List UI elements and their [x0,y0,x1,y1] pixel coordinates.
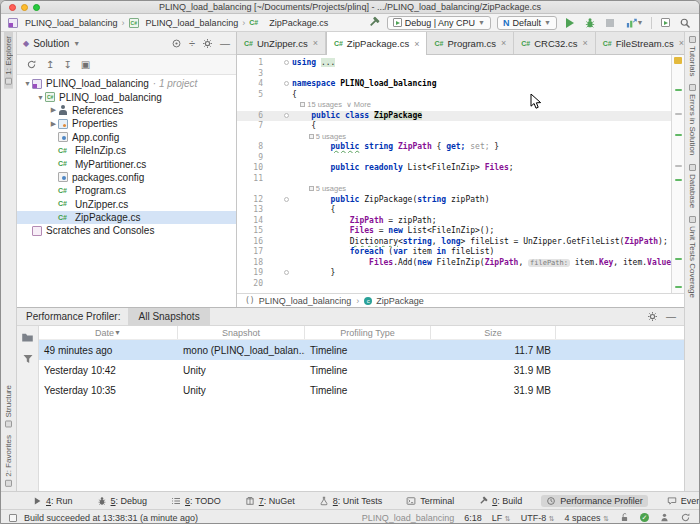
run-profile-select[interactable]: N Default ▼ [497,16,557,30]
tool-stripe-item-unit-tests-coverage[interactable]: Unit Tests Coverage [688,212,697,302]
table-row[interactable]: Yesterday 10:35UnityTimeline31.9 MB [39,380,684,400]
stripe-mark[interactable] [675,179,682,181]
tree-item-plinq_load_balancing[interactable]: ▼PLINQ_load_balancing [17,90,236,103]
indent-select[interactable]: 4 spaces ⇅ [565,513,609,523]
panel-settings-button[interactable] [202,38,213,49]
profiler-tab-all-snapshots[interactable]: All Snapshots [128,308,209,326]
code-line[interactable]: 15 Files = new List<FileInZip>(); [237,226,671,237]
tree-item-zippackage-cs[interactable]: ZipPackage.cs [17,211,236,224]
solution-view-select[interactable]: Solution [33,38,69,49]
tree-item-app-config[interactable]: App.config [17,131,236,144]
refresh-status-icon[interactable] [680,512,691,523]
tool-stripe-item-tutorials[interactable]: Tutorials [688,32,697,80]
editor-tab-zippackage-cs[interactable]: C#ZipPackage.cs× [326,32,428,55]
table-header-date[interactable]: Date ▼ [39,326,178,339]
tool-button-terminal[interactable]: Terminal [401,495,459,507]
code-line[interactable]: 7 { [237,121,671,132]
stop-button[interactable] [603,16,617,30]
table-row[interactable]: Yesterday 10:42UnityTimeline31.9 MB [39,360,684,380]
lock-icon[interactable] [619,512,630,523]
usages-text[interactable]: 5 usages [316,184,346,193]
usages-text[interactable]: 15 usages [307,100,342,109]
run-window-button[interactable] [658,16,672,30]
chevron-down-icon[interactable]: ▼ [73,40,80,47]
usages-hint-line[interactable]: 5 usages [237,132,671,143]
preview-button[interactable]: ▣ [81,59,90,70]
filter-button[interactable] [22,353,34,365]
code-line[interactable]: 9 [237,153,671,164]
stripe-mark[interactable] [675,286,682,288]
usages-hint-line[interactable]: 5 usages [237,184,671,195]
open-snapshot-button[interactable] [21,331,34,344]
tool-button-build[interactable]: 0: Build [473,495,527,507]
locate-file-button[interactable] [171,38,182,49]
editor-tab-unzipper-cs[interactable]: C#UnZipper.cs× [237,32,326,54]
tree-item-scratches-and-consoles[interactable]: Scratches and Consoles [17,224,236,237]
encoding-select[interactable]: UTF-8 ⇅ [521,513,555,523]
refresh-button[interactable] [26,59,37,70]
table-header-empty[interactable] [556,326,684,339]
build-status-text[interactable]: Build succeeded at 13:38:31 (a minute ag… [24,513,198,523]
code-line[interactable]: 11 [237,174,671,185]
toolwindow-toggle-icon[interactable] [9,514,17,522]
code-line[interactable]: 12 public ZipPackage(string zipPath) [237,195,671,206]
table-header-profiling-type[interactable]: Profiling Type [305,326,431,339]
code-editor[interactable]: 1using ...34namespace PLINQ_load_balanci… [237,55,671,293]
fold-marker-icon[interactable] [284,113,289,118]
tree-arrow-icon[interactable]: ▼ [23,80,32,87]
tab-close-icon[interactable]: × [313,38,318,48]
table-header-size[interactable]: Size [431,326,556,339]
code-line[interactable]: 8 public string ZipPath { get; set; } [237,142,671,153]
event-log-button[interactable]: Event Log [662,495,700,507]
fold-marker-icon[interactable] [284,81,289,86]
tool-stripe-item-structure[interactable]: Structure [4,381,13,431]
expand-all-button[interactable]: ↥ [46,59,54,70]
more-hint[interactable]: ∨ More [342,100,371,109]
code-line[interactable]: 1using ... [237,58,671,69]
fold-marker-icon[interactable] [284,197,289,202]
caret-position[interactable]: 6:18 [464,513,482,523]
line-separator-select[interactable]: LF ⇅ [492,513,511,523]
table-header-snapshot[interactable]: Snapshot [178,326,305,339]
usages-hint-line[interactable]: 15 usages ∨ More [237,100,671,111]
code-line[interactable]: 4namespace PLINQ_load_balancing [237,79,671,90]
build-hammer-button[interactable] [367,16,381,30]
tool-stripe-item-errors-in-solution[interactable]: Errors in Solution [688,80,697,159]
tab-close-icon[interactable]: × [414,39,419,49]
profiler-settings-button[interactable] [647,311,658,322]
tool-button-run[interactable]: 4: Run [27,495,78,507]
run-button[interactable] [563,16,577,30]
code-line[interactable]: 5{ [237,90,671,101]
breadcrumb-namespace[interactable]: PLINQ_load_balancing [259,296,352,306]
code-line[interactable]: 6 public class ZipPackage [237,111,671,122]
code-line[interactable]: 3 [237,69,671,80]
breadcrumb-class[interactable]: ZipPackage [376,296,424,306]
tool-button-performance-profiler[interactable]: Performance Profiler [541,495,648,507]
error-stripe[interactable] [671,55,684,293]
editor-tab-program-cs[interactable]: C#Program.cs× [427,32,514,54]
search-everywhere-button[interactable] [678,16,692,30]
table-row[interactable]: 49 minutes agomono (PLINQ_load_balan...T… [39,340,684,360]
tree-item-packages-config[interactable]: packages.config [17,171,236,184]
tool-stripe-item-2-favorites[interactable]: 2: Favorites [4,431,13,491]
tab-close-icon[interactable]: × [501,38,506,48]
build-config-select[interactable]: Debug | Any CPU ▼ [387,16,491,30]
tab-close-icon[interactable]: × [582,38,587,48]
profiler-button[interactable]: ▼ [623,16,645,30]
tree-arrow-icon[interactable]: ▶ [49,120,58,128]
code-line[interactable]: 10 public readonly List<FileInZip> Files… [237,163,671,174]
editor-tab-crc32-cs[interactable]: C#CRC32.cs× [514,32,596,54]
breadcrumb-item[interactable]: ZipPackage.cs [249,18,328,28]
stripe-mark[interactable] [675,165,682,167]
code-line[interactable]: 18 Files.Add(new FileInZip(ZipPath, file… [237,258,671,269]
tree-arrow-icon[interactable]: ▶ [49,106,58,114]
code-line[interactable]: 19 } [237,268,671,279]
code-line[interactable]: 17 foreach (var item in fileList) [237,247,671,258]
breadcrumb-item[interactable]: PLINQ_load_balancing [8,18,118,28]
tree-item-mypartitioner-cs[interactable]: MyPartitioner.cs [17,157,236,170]
collapse-tree-button[interactable]: ↧ [63,59,71,70]
fold-marker-icon[interactable] [284,60,289,65]
stripe-mark[interactable] [675,258,682,260]
tree-item-plinq_load_balancing[interactable]: ▼PLINQ_load_balancing· 1 project [17,77,236,90]
tree-item-unzipper-cs[interactable]: UnZipper.cs [17,198,236,211]
